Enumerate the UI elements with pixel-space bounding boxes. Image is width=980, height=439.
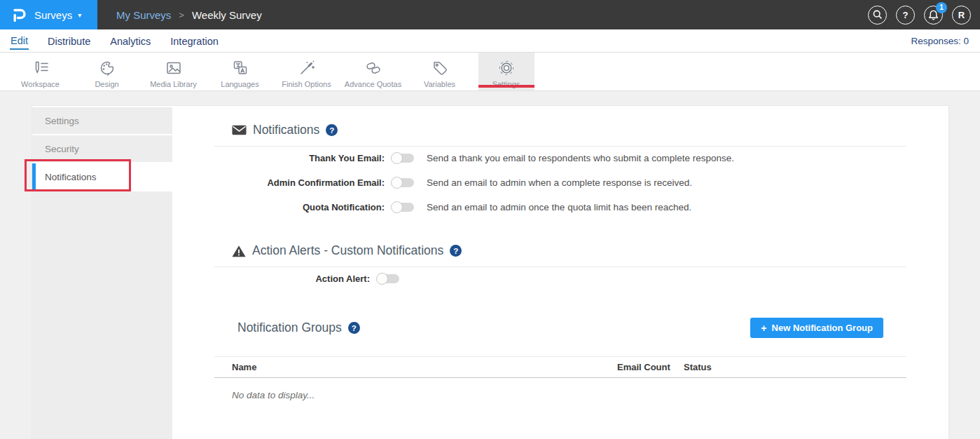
notification-groups-help-icon[interactable]: ?: [348, 322, 360, 334]
toggle-label: Admin Confirmation Email:: [214, 177, 385, 188]
thank-you-email-row: Thank You Email: Send a thank you email …: [214, 147, 906, 169]
annotation-settings-underline: [478, 85, 534, 88]
quota-notification-toggle[interactable]: [392, 203, 414, 212]
action-alerts-section-title: Action Alerts - Custom Notifications ?: [214, 243, 906, 258]
plus-icon: +: [761, 323, 766, 334]
avatar[interactable]: R: [952, 6, 971, 25]
translate-icon: [231, 59, 249, 77]
action-alert-toggle[interactable]: [377, 274, 399, 283]
toolbar-item-languages[interactable]: Languages: [207, 53, 273, 90]
tab-analytics[interactable]: Analytics: [109, 33, 151, 49]
search-button[interactable]: [868, 6, 887, 25]
topbar: Surveys ▾ My Surveys > Weekly Survey ?: [0, 0, 980, 29]
toolbar-item-advance-quotas[interactable]: Advance Quotas: [340, 53, 406, 90]
notification-groups-title: Notification Groups ?: [214, 320, 360, 335]
breadcrumb-separator: >: [179, 10, 184, 20]
survey-nav: Edit Distribute Analytics Integration Re…: [0, 29, 980, 53]
toggle-knob: [391, 177, 403, 189]
avatar-initial: R: [958, 10, 965, 20]
help-icon: ?: [903, 10, 909, 20]
palette-icon: [98, 59, 116, 77]
questionpro-logo-icon: [11, 6, 28, 23]
breadcrumb-parent[interactable]: My Surveys: [116, 9, 171, 21]
toolbar-label: Design: [95, 80, 118, 88]
toolbar-label: Media Library: [150, 80, 197, 88]
notification-badge: 1: [936, 2, 947, 13]
column-name: Name: [214, 362, 617, 372]
toggle-knob: [391, 152, 403, 164]
image-icon: [165, 59, 183, 77]
toolbar-label: Workspace: [21, 80, 60, 88]
sidebar-item-security[interactable]: Security: [32, 135, 172, 162]
toggle-description: Send an email to admin once the quota li…: [427, 202, 691, 212]
breadcrumb: My Surveys > Weekly Survey: [116, 9, 262, 21]
toolbar-label: Finish Options: [282, 80, 331, 88]
admin-confirmation-email-toggle[interactable]: [392, 178, 414, 187]
admin-confirmation-email-row: Admin Confirmation Email: Send an email …: [214, 171, 906, 194]
magic-wand-icon: [298, 59, 316, 77]
tab-distribute[interactable]: Distribute: [47, 33, 91, 49]
toolbar-item-workspace[interactable]: Workspace: [7, 53, 74, 90]
toolbar-label: Advance Quotas: [345, 80, 401, 88]
quota-notification-row: Quota Notification: Send an email to adm…: [214, 196, 906, 218]
product-name: Surveys: [34, 9, 72, 21]
column-status: Status: [684, 362, 906, 372]
settings-card: Settings Security Notifications Notifica…: [32, 105, 949, 439]
toggle-description: Send a thank you email to respondents wh…: [427, 153, 734, 163]
section-title-text: Notification Groups: [237, 320, 342, 335]
notifications-section-title: Notifications ?: [214, 123, 906, 137]
new-notification-group-button[interactable]: + New Notification Group: [750, 318, 883, 338]
toolbar-item-variables[interactable]: Variables: [406, 53, 473, 90]
settings-gear-icon: [497, 59, 516, 77]
new-group-label: New Notification Group: [772, 323, 873, 333]
toggle-knob: [376, 273, 388, 285]
sidebar-filler: [32, 191, 172, 439]
thank-you-email-toggle[interactable]: [392, 154, 414, 163]
topbar-actions: ? 1 R: [868, 6, 971, 25]
notifications-button[interactable]: 1: [924, 6, 943, 25]
toolbar-label: Languages: [221, 80, 258, 88]
toggle-label: Thank You Email:: [214, 153, 385, 163]
tag-icon: [431, 59, 449, 77]
tab-edit[interactable]: Edit: [10, 32, 29, 50]
toggle-description: Send an email to admin when a complete r…: [427, 177, 692, 188]
annotation-notifications-box: [25, 159, 131, 191]
search-icon: [872, 9, 883, 20]
toolbar-item-design[interactable]: Design: [74, 53, 140, 90]
sidebar-item-settings[interactable]: Settings: [32, 107, 172, 134]
empty-table-message: No data to display...: [214, 390, 906, 400]
tab-integration[interactable]: Integration: [170, 33, 219, 49]
responses-count[interactable]: Responses: 0: [911, 36, 969, 46]
notifications-content: Notifications ? Thank You Email: Send a …: [172, 106, 948, 439]
settings-sidebar: Settings Security Notifications: [32, 106, 172, 439]
toolbar-item-media-library[interactable]: Media Library: [140, 53, 207, 90]
main-area: Settings Security Notifications Notifica…: [0, 91, 980, 439]
action-alerts-help-icon[interactable]: ?: [450, 245, 462, 257]
toolbar-item-finish-options[interactable]: Finish Options: [273, 53, 340, 90]
notifications-help-icon[interactable]: ?: [326, 124, 338, 136]
dropdown-caret-icon: ▾: [78, 11, 81, 19]
workspace-icon: [32, 59, 50, 77]
help-button[interactable]: ?: [896, 6, 915, 25]
envelope-icon: [232, 125, 247, 135]
toggle-label: Action Alert:: [214, 273, 370, 284]
section-title-text: Action Alerts - Custom Notifications: [252, 243, 443, 258]
product-switcher[interactable]: Surveys ▾: [0, 0, 97, 29]
toolbar-label: Variables: [424, 80, 455, 88]
column-email-count: Email Count: [617, 362, 684, 372]
groups-table-header: Name Email Count Status: [214, 356, 906, 378]
breadcrumb-current: Weekly Survey: [192, 9, 262, 21]
action-alert-row: Action Alert:: [214, 267, 906, 290]
notification-groups-header: Notification Groups ? + New Notification…: [214, 318, 906, 338]
toggle-label: Quota Notification:: [214, 202, 385, 212]
toggle-knob: [391, 201, 403, 213]
chain-link-icon: [364, 59, 382, 77]
warning-triangle-icon: [232, 245, 246, 257]
section-title-text: Notifications: [253, 123, 319, 137]
